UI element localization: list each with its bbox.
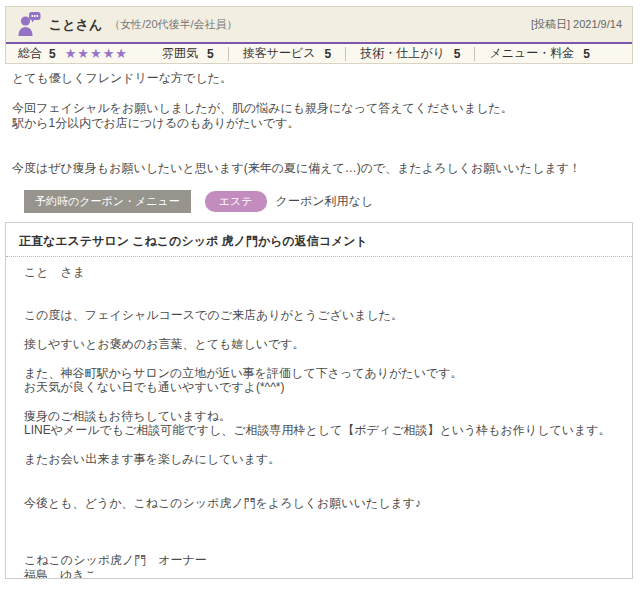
rating-score: 5	[325, 47, 332, 61]
post-date: [投稿日] 2021/9/14	[531, 17, 622, 32]
dotted-divider	[6, 256, 632, 257]
reviewer-profile: （女性/20代後半/会社員）	[109, 17, 237, 32]
salon-reply-card: 正直なエステサロン こねこのシッポ 虎ノ門からの返信コメント こと さま この度…	[5, 222, 633, 579]
overall-rating-label: 総合	[18, 45, 42, 62]
rating-item-service: 接客サービス 5	[228, 47, 346, 61]
rating-label: 技術・仕上がり	[360, 45, 445, 62]
rating-item-atmosphere: 雰囲気 5	[148, 47, 228, 61]
coupon-usage-text: クーポン利用なし	[276, 193, 373, 210]
rating-bar: 総合 5 ★★★★★ 雰囲気 5 接客サービス 5 技術・仕上がり 5 メニュー…	[6, 44, 632, 63]
reply-card-title: 正直なエステサロン こねこのシッポ 虎ノ門からの返信コメント	[19, 233, 619, 250]
rating-label: 雰囲気	[162, 45, 198, 62]
rating-score: 5	[583, 47, 590, 61]
rating-item-menu-price: メニュー・料金 5	[474, 47, 604, 61]
reviewer-name: ことさん	[49, 16, 102, 34]
rating-item-technique: 技術・仕上がり 5	[345, 47, 474, 61]
rating-label: 接客サービス	[243, 45, 316, 62]
coupon-menu-badge: 予約時のクーポン・メニュー	[24, 190, 191, 213]
user-avatar-icon	[16, 11, 42, 38]
rating-label: メニュー・料金	[489, 45, 574, 62]
rating-score: 5	[207, 47, 214, 61]
rating-score: 5	[454, 47, 461, 61]
reply-body-text: こと さま この度は、フェイシャルコースでのご来店ありがとうございました。 接し…	[24, 265, 619, 579]
review-header-card: ことさん （女性/20代後半/会社員） [投稿日] 2021/9/14 総合 5…	[5, 6, 633, 64]
overall-rating-score: 5	[49, 47, 56, 61]
star-rating-icons: ★★★★★	[65, 46, 128, 61]
review-body-text: とても優しくフレンドリーな方でした。 今回フェイシャルをお願いしましたが、肌の悩…	[12, 71, 624, 176]
coupon-row: 予約時のクーポン・メニュー エステ クーポン利用なし	[24, 190, 373, 213]
category-pill-este: エステ	[205, 191, 267, 212]
reviewer-header-bar: ことさん （女性/20代後半/会社員） [投稿日] 2021/9/14	[6, 7, 632, 42]
